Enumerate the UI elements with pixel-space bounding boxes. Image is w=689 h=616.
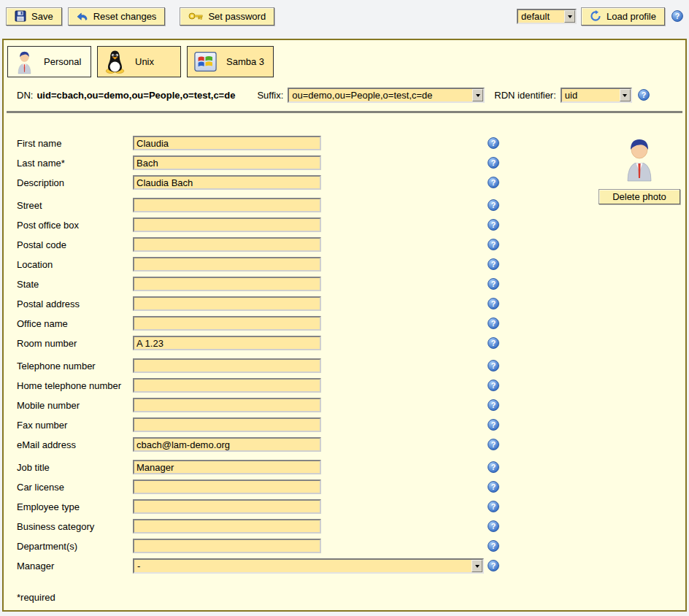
form-row-manager: Manager - ? xyxy=(4,558,685,573)
help-icon[interactable]: ? xyxy=(488,137,499,149)
delete-photo-button[interactable]: Delete photo xyxy=(598,189,680,204)
state-input[interactable] xyxy=(133,277,321,291)
manager-select-value: - xyxy=(134,561,471,571)
street-input[interactable] xyxy=(133,198,321,212)
office-name-input[interactable] xyxy=(133,316,321,331)
field-label: Postal code xyxy=(17,239,133,250)
reset-changes-button[interactable]: Reset changes xyxy=(68,7,166,26)
car-license-input[interactable] xyxy=(133,480,321,494)
field-label: Car license xyxy=(17,482,133,493)
dropdown-arrow-icon[interactable] xyxy=(620,89,631,101)
svg-text:?: ? xyxy=(491,178,496,187)
svg-text:?: ? xyxy=(491,522,496,531)
help-icon[interactable]: ? xyxy=(488,278,499,290)
departments-input[interactable] xyxy=(133,539,321,553)
help-icon[interactable]: ? xyxy=(638,89,650,101)
post-office-box-input[interactable] xyxy=(133,217,321,232)
location-input[interactable] xyxy=(133,257,321,272)
postal-address-input[interactable] xyxy=(133,296,321,311)
field-label: eMail address xyxy=(17,439,133,450)
svg-text:?: ? xyxy=(491,260,496,269)
delete-photo-label: Delete photo xyxy=(612,191,666,202)
room-number-input[interactable] xyxy=(133,336,321,350)
form-row-home-telephone-number: Home telephone number ? xyxy=(4,378,685,393)
field-label: Job title xyxy=(17,462,133,473)
help-icon[interactable]: ? xyxy=(488,520,499,532)
field-label: Last name* xyxy=(17,158,133,169)
help-icon[interactable]: ? xyxy=(488,481,499,493)
last-name-input[interactable] xyxy=(133,155,321,170)
field-label: Department(s) xyxy=(17,541,133,552)
dropdown-arrow-icon[interactable] xyxy=(564,10,575,23)
help-icon[interactable]: ? xyxy=(488,258,499,270)
field-label: Fax number xyxy=(17,420,133,431)
field-label: Home telephone number xyxy=(17,380,133,391)
postal-code-input[interactable] xyxy=(133,237,321,252)
svg-text:?: ? xyxy=(491,361,496,370)
field-label: Business category xyxy=(17,521,133,532)
help-icon[interactable]: ? xyxy=(488,177,499,188)
user-photo xyxy=(622,136,657,185)
dropdown-arrow-icon[interactable] xyxy=(471,560,482,572)
help-icon[interactable]: ? xyxy=(488,419,499,431)
rdn-select[interactable]: uid xyxy=(561,88,632,103)
save-button[interactable]: Save xyxy=(6,7,62,26)
help-icon[interactable]: ? xyxy=(488,540,499,552)
help-icon[interactable]: ? xyxy=(488,501,499,512)
svg-text:?: ? xyxy=(491,319,496,328)
load-profile-button[interactable]: Load profile xyxy=(581,7,665,26)
help-icon[interactable]: ? xyxy=(488,239,499,250)
svg-text:?: ? xyxy=(491,401,496,409)
suffix-select[interactable]: ou=demo,ou=People,o=test,c=de xyxy=(288,88,485,103)
set-password-button[interactable]: Set password xyxy=(180,7,274,26)
help-icon[interactable]: ? xyxy=(488,317,499,329)
telephone-number-input[interactable] xyxy=(133,358,321,373)
manager-select[interactable]: - xyxy=(133,558,484,574)
save-button-label: Save xyxy=(31,11,53,22)
field-label: Post office box xyxy=(17,220,133,231)
personal-form: First name ? Last name* ? Description xyxy=(4,136,685,573)
tab-personal[interactable]: Personal xyxy=(7,46,91,77)
field-label: First name xyxy=(17,138,133,149)
form-row-state: State ? xyxy=(4,277,685,291)
profile-select[interactable]: default xyxy=(517,9,577,24)
help-icon[interactable]: ? xyxy=(488,439,499,450)
divider xyxy=(7,111,682,113)
suffix-label: Suffix: xyxy=(257,90,283,101)
help-icon[interactable]: ? xyxy=(488,298,499,309)
form-row-first-name: First name ? xyxy=(4,136,685,150)
help-icon[interactable]: ? xyxy=(488,157,499,169)
help-icon[interactable]: ? xyxy=(671,10,683,22)
help-icon[interactable]: ? xyxy=(488,461,499,473)
fax-number-input[interactable] xyxy=(133,417,321,432)
help-icon[interactable]: ? xyxy=(488,560,499,571)
help-icon[interactable]: ? xyxy=(488,337,499,349)
svg-text:?: ? xyxy=(491,561,496,570)
field-label: Room number xyxy=(17,338,133,349)
employee-type-input[interactable] xyxy=(133,499,321,514)
mobile-number-input[interactable] xyxy=(133,398,321,412)
home-telephone-number-input[interactable] xyxy=(133,378,321,393)
business-category-input[interactable] xyxy=(133,519,321,534)
tab-personal-label: Personal xyxy=(44,56,81,67)
help-icon[interactable]: ? xyxy=(488,399,499,411)
first-name-input[interactable] xyxy=(133,136,321,150)
help-icon[interactable]: ? xyxy=(488,219,499,231)
svg-text:?: ? xyxy=(491,158,496,167)
help-icon[interactable]: ? xyxy=(488,360,499,371)
tab-samba[interactable]: Samba 3 xyxy=(187,46,274,77)
floppy-disk-icon xyxy=(15,10,26,22)
job-title-input[interactable] xyxy=(133,460,321,474)
field-label: Description xyxy=(17,177,133,188)
form-row-telephone-number: Telephone number ? xyxy=(4,358,685,373)
dropdown-arrow-icon[interactable] xyxy=(472,89,483,101)
tab-unix[interactable]: Unix xyxy=(97,46,181,77)
photo-block: Delete photo xyxy=(598,136,680,204)
email-address-input[interactable] xyxy=(133,437,321,452)
help-icon[interactable]: ? xyxy=(488,380,499,391)
profile-controls: default Load profile ? xyxy=(517,7,683,26)
description-input[interactable] xyxy=(133,175,321,190)
svg-text:?: ? xyxy=(491,280,496,288)
help-icon[interactable]: ? xyxy=(488,199,499,211)
svg-text:?: ? xyxy=(491,440,496,449)
